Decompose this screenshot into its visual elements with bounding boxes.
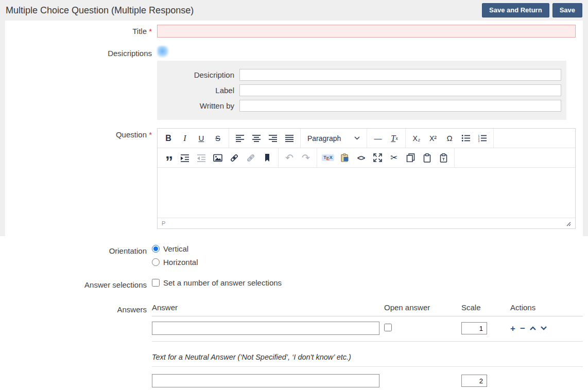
written-by-field-row: Written by [157,100,561,112]
copy-icon [406,153,415,162]
vertical-radio[interactable] [152,245,160,253]
label-label: Label [157,86,234,95]
description-field-row: Desicription [157,69,561,81]
fullscreen-icon [373,153,382,162]
title-input[interactable] [157,25,576,38]
bookmark-button[interactable] [260,150,275,166]
remove-answer-button[interactable]: − [520,324,525,333]
chevron-down-icon [541,326,547,330]
orientation-row: Orientation Vertical Horizontal [5,244,583,271]
indent-button[interactable] [177,150,193,166]
link-icon [230,153,239,163]
superscript-button[interactable]: X² [425,131,441,146]
numbered-list-icon: 123 [478,134,487,142]
description-input[interactable] [239,69,561,81]
orientation-label: Orientation [5,244,147,255]
source-code-button[interactable]: <> [353,150,369,166]
unlink-button[interactable] [243,150,258,166]
required-asterisk: * [149,130,152,139]
descriptions-panel: Desicription Label Written by [157,61,566,120]
chevron-up-icon [530,326,536,330]
fullscreen-button[interactable] [370,150,385,166]
answer-selections-checkbox[interactable] [152,279,160,287]
italic-button[interactable]: I [177,131,193,146]
add-answer-button[interactable]: + [510,324,515,333]
answer-input[interactable] [152,322,379,335]
neutral-answer-input[interactable] [152,374,379,387]
neutral-answer-cell [152,367,384,390]
indent-icon [180,154,189,162]
outdent-button[interactable] [194,150,209,166]
align-right-button[interactable] [265,131,281,146]
cut-button[interactable]: ✂ [386,150,402,166]
bookmark-icon [263,153,271,162]
horizontal-line-button[interactable]: — [370,131,386,146]
save-and-return-button[interactable]: Save and Return [482,3,549,17]
paste-from-word-icon [340,153,349,162]
align-center-button[interactable] [249,131,264,146]
link-button[interactable] [227,150,242,166]
resize-grip[interactable] [565,220,571,226]
move-up-button[interactable] [530,326,536,330]
horizontal-radio[interactable] [152,258,160,266]
label-input[interactable] [239,84,561,96]
subscript-button[interactable]: X₂ [409,131,424,146]
tex-button[interactable]: TEX [320,150,336,166]
editor-status-bar: P [158,218,575,228]
open-answer-checkbox[interactable] [384,324,392,331]
neutral-scale-input[interactable] [461,375,487,387]
scale-cell [461,317,510,341]
numbered-list-button[interactable]: 123 [475,131,490,146]
answers-label: Answers [5,303,147,314]
paragraph-dropdown[interactable]: Paragraph [303,129,364,148]
orientation-option-vertical[interactable]: Vertical [152,244,583,253]
svg-text:3: 3 [478,139,480,143]
copy-button[interactable] [403,150,418,166]
redo-button[interactable]: ↷ [298,150,314,166]
paste-button[interactable] [419,150,435,166]
strikethrough-button[interactable]: S [210,131,226,146]
bulleted-list-button[interactable] [458,131,474,146]
orientation-option-horizontal[interactable]: Horizontal [152,258,583,267]
insert-image-button[interactable] [210,150,226,166]
header-bar: Multiple Choice Question (Multiple Respo… [0,0,588,21]
tex-icon: TEX [322,154,334,161]
scale-input[interactable] [461,322,487,334]
neutral-answer-note: Text for a Neutral Answer (‘Not Specifie… [152,342,583,367]
paste-from-word-button[interactable] [337,150,352,166]
block-quote-button[interactable]: ” [161,150,176,166]
remove-format-icon: T [391,134,395,143]
answers-table: Answer Open answer Scale Actions + − [152,303,583,390]
justify-button[interactable] [282,131,297,146]
special-character-button[interactable]: Ω [442,131,457,146]
answer-selections-row: Answer selections Set a number of answer… [5,278,583,292]
element-path: P [162,220,165,226]
answer-selections-checkbox-line[interactable]: Set a number of answer selections [152,278,583,287]
description-label: Desicription [157,70,234,79]
column-header-scale: Scale [461,303,510,316]
undo-button[interactable]: ↶ [282,150,297,166]
question-label: Question * [5,128,152,139]
paste-icon [423,153,431,163]
answer-cell [152,316,384,341]
remove-format-button[interactable]: Tx [387,131,402,146]
paste-as-text-button[interactable]: T [436,150,451,166]
descriptions-toggle-icon[interactable] [157,46,169,58]
move-down-button[interactable] [541,326,547,330]
underline-button[interactable]: U [194,131,209,146]
column-header-actions: Actions [510,303,583,316]
page-title: Multiple Choice Question (Multiple Respo… [6,5,194,16]
form-panel-top: Title * Desicriptions Desicription Label… [5,21,583,236]
column-header-answer: Answer [152,303,384,316]
editor-toolbar-row2: ” [158,148,575,168]
save-button[interactable]: Save [552,3,582,17]
question-row: Question * B I U S [5,128,583,229]
written-by-input[interactable] [239,100,561,112]
actions-cell: + − [510,319,583,339]
question-editing-area[interactable] [158,168,575,218]
svg-text:T: T [442,157,445,162]
bold-button[interactable]: B [161,131,176,146]
paragraph-dropdown-label: Paragraph [307,134,341,143]
align-left-button[interactable] [232,131,248,146]
chevron-down-icon [354,136,360,140]
